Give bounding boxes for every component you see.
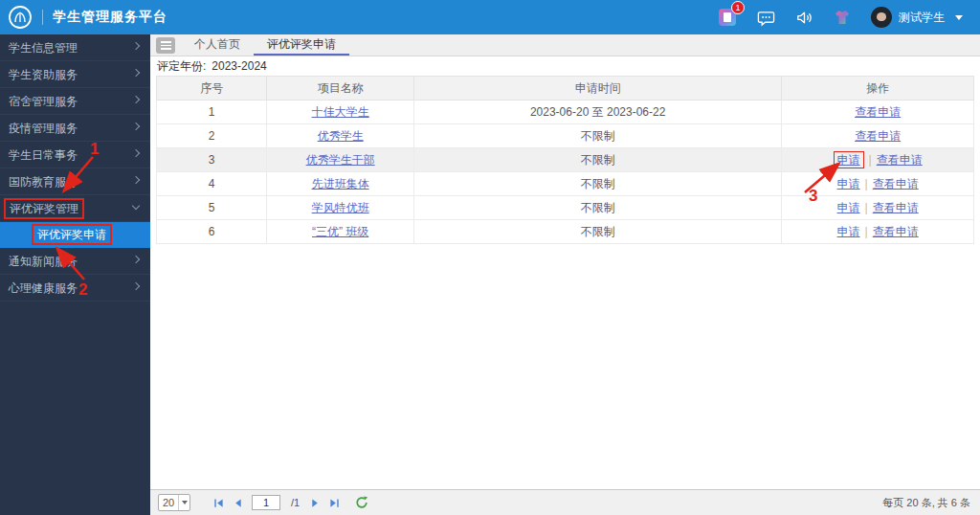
sidebar-item-label: 宿舍管理服务 bbox=[9, 95, 78, 108]
project-link[interactable]: 学风特优班 bbox=[312, 201, 369, 214]
theme-skin-icon[interactable] bbox=[833, 8, 852, 27]
apply-link[interactable]: 申请 bbox=[837, 201, 860, 214]
project-link[interactable]: 优秀学生干部 bbox=[306, 153, 375, 167]
action-separator: | bbox=[869, 153, 872, 167]
announcement-speaker-icon[interactable] bbox=[794, 8, 813, 27]
chevron-down-icon[interactable] bbox=[955, 15, 963, 20]
year-filter-label: 评定年份: bbox=[157, 59, 206, 73]
dropdown-arrow-icon bbox=[178, 495, 189, 510]
refresh-icon[interactable] bbox=[355, 496, 368, 509]
cell-no: 5 bbox=[157, 196, 267, 220]
sidebar-item-defense-education[interactable]: 国防教育服务 bbox=[0, 168, 150, 195]
award-table: 序号 项目名称 申请时间 操作 1 十佳大学生 2023-06-20 至 202… bbox=[156, 76, 974, 244]
chevron-right-icon bbox=[132, 123, 140, 130]
top-header: 学生管理服务平台 1 bbox=[0, 0, 980, 34]
sidebar-item-news-notice[interactable]: 通知新闻服务 bbox=[0, 248, 150, 275]
apply-link[interactable]: 申请 bbox=[837, 177, 860, 190]
cell-no: 4 bbox=[157, 172, 267, 196]
sidebar-item-dormitory[interactable]: 宿舍管理服务 bbox=[0, 88, 150, 115]
tab-personal-home[interactable]: 个人首页 bbox=[181, 34, 254, 56]
table-row: 4 先进班集体 不限制 申请|查看申请 bbox=[157, 172, 974, 196]
sidebar-item-award-management[interactable]: 评优评奖管理 bbox=[0, 195, 150, 222]
view-application-link[interactable]: 查看申请 bbox=[873, 177, 919, 190]
tab-bar: 个人首页 评优评奖申请 bbox=[150, 34, 980, 56]
chevron-right-icon bbox=[132, 69, 140, 77]
next-page-button[interactable] bbox=[310, 498, 321, 508]
prev-page-button[interactable] bbox=[233, 498, 243, 508]
col-operation: 操作 bbox=[782, 77, 974, 101]
sidebar-item-label: 学生资助服务 bbox=[9, 68, 78, 81]
table-row: 2 优秀学生 不限制 查看申请 bbox=[157, 124, 974, 148]
project-link[interactable]: 十佳大学生 bbox=[312, 105, 369, 119]
page-number-input[interactable] bbox=[252, 495, 280, 510]
tab-award-application[interactable]: 评优评奖申请 bbox=[254, 34, 349, 56]
chat-icon[interactable] bbox=[756, 8, 775, 27]
action-separator: | bbox=[865, 225, 868, 238]
cell-no: 1 bbox=[157, 101, 267, 124]
table-row: 6 “三优” 班级 不限制 申请|查看申请 bbox=[157, 220, 974, 244]
table-row-highlighted: 3 优秀学生干部 不限制 申请|查看申请 bbox=[157, 148, 974, 172]
first-page-button[interactable] bbox=[213, 498, 224, 508]
apply-link-annotated[interactable]: 申请 bbox=[834, 151, 864, 168]
cell-time: 2023-06-20 至 2023-06-22 bbox=[414, 101, 782, 124]
view-application-link[interactable]: 查看申请 bbox=[873, 201, 919, 214]
award-application-label: 评优评奖申请 bbox=[32, 224, 112, 245]
apply-link[interactable]: 申请 bbox=[837, 225, 860, 238]
view-application-link[interactable]: 查看申请 bbox=[873, 225, 919, 238]
sidebar-item-daily-affairs[interactable]: 学生日常事务 bbox=[0, 142, 150, 168]
sidebar-item-label: 疫情管理服务 bbox=[9, 122, 78, 135]
action-separator: | bbox=[865, 201, 868, 214]
chevron-right-icon bbox=[132, 42, 140, 50]
chevron-right-icon bbox=[132, 96, 140, 103]
sidebar-item-student-info[interactable]: 学生信息管理 bbox=[0, 34, 150, 61]
user-menu[interactable]: 测试学生 bbox=[871, 7, 963, 28]
project-link[interactable]: 优秀学生 bbox=[318, 129, 364, 143]
sidebar-item-label: 学生信息管理 bbox=[9, 41, 78, 55]
todo-icon[interactable]: 1 bbox=[718, 8, 737, 27]
sidebar-item-label: 心理健康服务 bbox=[9, 281, 78, 295]
award-table-wrap: 序号 项目名称 申请时间 操作 1 十佳大学生 2023-06-20 至 202… bbox=[156, 76, 974, 244]
chevron-right-icon bbox=[132, 149, 140, 157]
last-page-button[interactable] bbox=[329, 498, 340, 508]
sidebar-item-label: 学生日常事务 bbox=[9, 148, 78, 162]
avatar[interactable] bbox=[871, 7, 892, 28]
total-pages-label: /1 bbox=[291, 497, 300, 508]
sidebar: 学生信息管理 学生资助服务 宿舍管理服务 疫情管理服务 学生日常事务 国防教育服… bbox=[0, 34, 150, 515]
platform-logo bbox=[8, 5, 33, 30]
app-window: 学生管理服务平台 1 bbox=[0, 0, 980, 515]
sidebar-item-award-application[interactable]: 评优评奖申请 bbox=[0, 222, 150, 248]
chat-icon-glyph bbox=[757, 9, 775, 27]
award-management-label: 评优评奖管理 bbox=[4, 198, 84, 219]
cell-no: 2 bbox=[157, 124, 267, 148]
sidebar-item-student-aid[interactable]: 学生资助服务 bbox=[0, 61, 150, 88]
table-row: 1 十佳大学生 2023-06-20 至 2023-06-22 查看申请 bbox=[157, 101, 974, 124]
user-name: 测试学生 bbox=[899, 10, 945, 26]
view-application-link[interactable]: 查看申请 bbox=[877, 153, 923, 167]
header-divider bbox=[42, 10, 43, 25]
chevron-down-icon bbox=[132, 202, 140, 210]
page-size-select[interactable]: 20 bbox=[158, 494, 190, 511]
project-link[interactable]: 先进班集体 bbox=[312, 177, 369, 190]
table-header-row: 序号 项目名称 申请时间 操作 bbox=[157, 77, 974, 101]
cell-time: 不限制 bbox=[414, 172, 782, 196]
main-content: 个人首页 评优评奖申请 评定年份:2023-2024 序号 项目名称 申请时间 … bbox=[150, 34, 980, 515]
sidebar-item-label: 国防教育服务 bbox=[9, 175, 78, 189]
chevron-right-icon bbox=[132, 176, 140, 184]
col-apply-time: 申请时间 bbox=[414, 77, 782, 101]
hamburger-menu-icon[interactable] bbox=[156, 37, 175, 54]
table-row: 5 学风特优班 不限制 申请|查看申请 bbox=[157, 196, 974, 220]
notification-badge: 1 bbox=[731, 1, 745, 14]
action-separator: | bbox=[865, 177, 868, 190]
view-application-link[interactable]: 查看申请 bbox=[855, 129, 901, 143]
sidebar-item-mental-health[interactable]: 心理健康服务 bbox=[0, 275, 150, 302]
logo-icon bbox=[8, 5, 33, 30]
pagination-bar: 20 /1 bbox=[150, 489, 980, 515]
pagination-summary: 每页 20 条, 共 6 条 bbox=[882, 496, 980, 510]
project-link[interactable]: “三优” 班级 bbox=[312, 225, 368, 238]
sidebar-item-epidemic[interactable]: 疫情管理服务 bbox=[0, 115, 150, 142]
chevron-right-icon bbox=[132, 256, 140, 263]
view-application-link[interactable]: 查看申请 bbox=[855, 105, 901, 119]
page-title: 学生管理服务平台 bbox=[53, 9, 167, 26]
col-no: 序号 bbox=[157, 77, 267, 101]
page-size-value: 20 bbox=[159, 497, 178, 508]
